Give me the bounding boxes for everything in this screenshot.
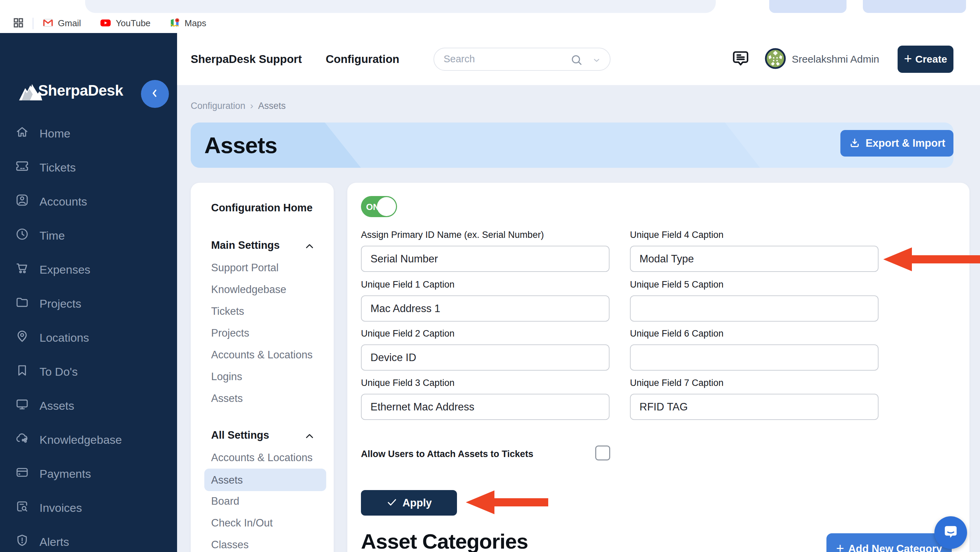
- unique-field-1-label: Unique Field 1 Caption: [361, 279, 455, 290]
- sidebar-item-projects[interactable]: Projects: [0, 287, 177, 320]
- unique-field-3-input[interactable]: [361, 394, 609, 420]
- unique-field-2-input[interactable]: [361, 344, 609, 371]
- config-nav-item-assets-main[interactable]: Assets: [211, 392, 243, 404]
- folder-icon: [15, 295, 29, 312]
- browser-toolbar-pill[interactable]: [863, 0, 966, 13]
- breadcrumb-separator: ›: [250, 100, 253, 111]
- bookmark-youtube[interactable]: YouTube: [99, 17, 151, 30]
- avatar[interactable]: [764, 48, 786, 71]
- apps-grid-icon[interactable]: [12, 17, 24, 30]
- sherpadesk-logo[interactable]: SherpaDesk: [11, 76, 123, 105]
- unique-field-1-input[interactable]: [361, 295, 609, 322]
- browser-chrome: Gmail YouTube Maps: [0, 0, 980, 33]
- config-nav-item-tickets[interactable]: Tickets: [211, 305, 244, 317]
- feedback-chat-icon[interactable]: [731, 49, 750, 70]
- chevron-up-icon[interactable]: [304, 431, 315, 443]
- user-icon: [15, 193, 29, 210]
- maps-icon: [169, 17, 180, 30]
- sidebar-item-label: Projects: [40, 297, 81, 310]
- bookmark-label: YouTube: [116, 18, 151, 29]
- bookmark-gmail[interactable]: Gmail: [42, 17, 81, 30]
- search-icon[interactable]: [570, 53, 583, 68]
- primary-id-label: Assign Primary ID Name (ex. Serial Numbe…: [361, 230, 544, 240]
- sidebar-item-label: Home: [40, 127, 70, 140]
- cloud-share-icon: [15, 431, 29, 448]
- sidebar-item-home[interactable]: Home: [0, 116, 177, 151]
- sidebar-item-tickets[interactable]: Tickets: [0, 151, 177, 184]
- config-nav-item-accounts-locations-all[interactable]: Accounts & Locations: [211, 452, 313, 464]
- unique-field-5-input[interactable]: [630, 295, 878, 322]
- annotation-arrow-apply: [466, 490, 548, 516]
- map-pin-icon: [15, 329, 29, 346]
- browser-omnibox[interactable]: [85, 0, 716, 13]
- clock-icon: [15, 227, 29, 244]
- unique-field-4-input[interactable]: [630, 246, 878, 272]
- unique-field-6-input[interactable]: [630, 344, 878, 371]
- add-new-category-button[interactable]: + Add New Category: [826, 533, 952, 552]
- chevron-up-icon[interactable]: [304, 241, 315, 253]
- browser-toolbar-pill[interactable]: [769, 0, 846, 13]
- check-icon: [386, 496, 398, 509]
- sidebar-nav: Home Tickets Accounts Time Expenses Proj…: [0, 116, 177, 552]
- bookmark-label: Gmail: [58, 18, 81, 29]
- sidebar-item-label: Expenses: [40, 263, 90, 276]
- config-nav-item-projects[interactable]: Projects: [211, 327, 249, 339]
- youtube-icon: [99, 17, 112, 30]
- account-title: SherpaDesk Support: [191, 53, 302, 66]
- assets-enabled-toggle[interactable]: ON: [361, 196, 397, 217]
- config-home-link[interactable]: Configuration Home: [211, 202, 313, 214]
- search-scope-chevron-icon[interactable]: [592, 56, 601, 66]
- config-nav-item-logins[interactable]: Logins: [211, 371, 242, 383]
- breadcrumb-assets: Assets: [258, 101, 286, 111]
- sidebar-item-label: Assets: [40, 399, 74, 412]
- apply-button[interactable]: Apply: [361, 490, 457, 516]
- sidebar-item-assets[interactable]: Assets: [0, 389, 177, 423]
- sidebar-item-label: Locations: [40, 331, 89, 344]
- all-settings-header[interactable]: All Settings: [211, 429, 269, 441]
- config-nav-item-assets-active[interactable]: Assets: [204, 469, 326, 491]
- config-nav-item-classes[interactable]: Classes: [211, 539, 248, 551]
- config-nav-item-accounts-locations[interactable]: Accounts & Locations: [211, 349, 313, 361]
- invoice-search-icon: [15, 499, 29, 516]
- sidebar-item-alerts[interactable]: Alerts: [0, 525, 177, 552]
- main-settings-header[interactable]: Main Settings: [211, 239, 280, 252]
- page-banner: Assets Export & Import: [191, 122, 953, 168]
- primary-id-input[interactable]: [361, 246, 609, 272]
- sidebar-item-accounts[interactable]: Accounts: [0, 184, 177, 219]
- sidebar-item-label: Alerts: [40, 535, 69, 549]
- breadcrumb-configuration[interactable]: Configuration: [191, 101, 245, 111]
- page-title: Assets: [204, 122, 277, 168]
- bookmark-maps[interactable]: Maps: [169, 17, 206, 30]
- sidebar-collapse-button[interactable]: [141, 80, 169, 108]
- toggle-knob: [377, 197, 396, 216]
- shield-alert-icon: [15, 533, 29, 550]
- attach-assets-checkbox[interactable]: [595, 446, 610, 460]
- config-nav-item-check-in-out[interactable]: Check In/Out: [211, 517, 273, 529]
- config-nav-item-board[interactable]: Board: [211, 495, 239, 508]
- unique-field-7-input[interactable]: [630, 394, 878, 420]
- sidebar-item-payments[interactable]: Payments: [0, 457, 177, 491]
- credit-card-icon: [15, 465, 29, 482]
- sidebar-item-invoices[interactable]: Invoices: [0, 491, 177, 525]
- support-chat-widget[interactable]: [934, 516, 967, 549]
- search-input[interactable]: [434, 54, 560, 65]
- bookmarks-bar: Gmail YouTube Maps: [0, 14, 980, 33]
- sidebar-item-label: Tickets: [40, 161, 76, 174]
- sidebar-item-locations[interactable]: Locations: [0, 320, 177, 355]
- unique-field-5-label: Unique Field 5 Caption: [630, 279, 724, 290]
- config-nav-item-knowledgebase[interactable]: Knowledgebase: [211, 284, 286, 296]
- sidebar-item-label: Knowledgebase: [40, 433, 122, 446]
- user-name[interactable]: Sreelakshmi Admin: [792, 54, 879, 65]
- breadcrumb: Configuration › Assets: [191, 100, 286, 111]
- sidebar-item-todos[interactable]: To Do's: [0, 355, 177, 389]
- sidebar-item-time[interactable]: Time: [0, 219, 177, 252]
- export-import-button[interactable]: Export & Import: [840, 130, 953, 157]
- nav-configuration[interactable]: Configuration: [326, 53, 399, 66]
- configuration-nav-card: Configuration Home Main Settings Support…: [191, 183, 334, 552]
- cart-icon: [15, 261, 29, 278]
- sidebar-item-knowledgebase[interactable]: Knowledgebase: [0, 423, 177, 457]
- create-button[interactable]: + Create: [897, 46, 953, 73]
- config-nav-item-support-portal[interactable]: Support Portal: [211, 262, 278, 274]
- sidebar-item-expenses[interactable]: Expenses: [0, 252, 177, 287]
- sidebar-item-label: Invoices: [40, 501, 82, 515]
